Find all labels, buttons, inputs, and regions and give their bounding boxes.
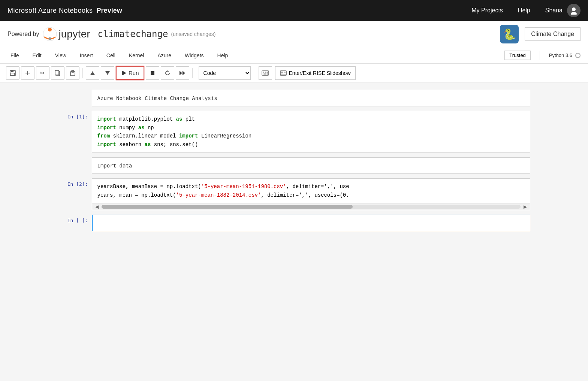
paste-button[interactable] <box>66 66 79 80</box>
svg-rect-34 <box>281 72 283 73</box>
jupyter-bar: Powered by jupyter climatechange (unsave… <box>0 21 588 47</box>
cell-3-text: Import data <box>97 163 132 169</box>
scroll-left-arrow[interactable]: ◀ <box>94 204 100 209</box>
svg-rect-26 <box>263 72 264 73</box>
menu-help[interactable]: Help <box>214 51 231 60</box>
unsaved-label: (unsaved changes) <box>171 31 215 37</box>
cell-3-content[interactable]: Import data <box>92 157 530 174</box>
cell-4-wrapper: yearsBase, meanBase = np.loadtxt('5-year… <box>92 178 530 210</box>
move-down-button[interactable] <box>101 66 114 80</box>
svg-rect-28 <box>267 72 268 73</box>
svg-rect-9 <box>11 73 15 76</box>
cell-2-line-3: from sklearn.linear_model import LinearR… <box>97 132 525 140</box>
nav-links: My Projects Help <box>471 7 530 14</box>
scroll-track[interactable] <box>102 205 521 209</box>
jupyter-text: jupyter <box>59 28 90 40</box>
cell-4-line-2: years, mean = np.loadtxt('5-year-mean-18… <box>97 191 525 199</box>
rise-slideshow-button[interactable]: Enter/Exit RISE Slideshow <box>275 66 356 80</box>
cell-4-prompt: In [2]: <box>58 178 92 187</box>
svg-marker-23 <box>180 71 182 75</box>
cell-2-prompt: In [1]: <box>58 111 92 120</box>
svg-rect-29 <box>263 73 263 75</box>
toolbar-sep-3 <box>254 68 254 78</box>
menu-divider <box>540 51 540 60</box>
menu-kernel[interactable]: Kernel <box>126 51 147 60</box>
menu-azure[interactable]: Azure <box>154 51 174 60</box>
jupyter-logo-icon <box>42 27 57 42</box>
svg-rect-21 <box>151 71 154 75</box>
toolbar-sep-2 <box>192 68 193 78</box>
user-avatar[interactable] <box>567 4 581 17</box>
cell-5-prompt: In [ ]: <box>58 215 92 223</box>
menu-file[interactable]: File <box>7 51 22 60</box>
restart-button[interactable] <box>161 66 174 80</box>
cell-2-content[interactable]: import matplotlib.pyplot as plt import n… <box>92 111 530 153</box>
cell-5: In [ ]: <box>58 215 530 231</box>
svg-marker-17 <box>90 71 95 75</box>
svg-text:🐍: 🐍 <box>503 28 516 40</box>
scroll-right-arrow[interactable]: ▶ <box>522 204 528 209</box>
help-link[interactable]: Help <box>518 7 530 14</box>
cell-2: In [1]: import matplotlib.pyplot as plt … <box>58 111 530 153</box>
cell-1-content[interactable]: Azure Notebook Climate Change Analysis <box>92 90 530 106</box>
toolbar: ✂ Run Code Markdown Raw NBConvert Enter/… <box>0 64 588 82</box>
brand-name: Microsoft Azure Notebooks <box>7 7 93 15</box>
cell-5-content[interactable] <box>92 215 530 231</box>
climate-change-button[interactable]: Climate Change <box>525 27 581 41</box>
svg-marker-24 <box>183 71 185 75</box>
cell-4-content[interactable]: yearsBase, meanBase = np.loadtxt('5-year… <box>92 179 530 203</box>
menu-widgets[interactable]: Widgets <box>182 51 207 60</box>
toolbar-sep-1 <box>82 68 83 78</box>
cell-type-select[interactable]: Code Markdown Raw NBConvert <box>199 66 251 80</box>
kernel-status-circle <box>575 53 581 58</box>
trusted-button[interactable]: Trusted <box>504 51 531 60</box>
restart-run-all-button[interactable] <box>176 66 189 80</box>
svg-rect-31 <box>267 73 268 75</box>
cell-4-scrollbar[interactable]: ◀ ▶ <box>92 203 530 210</box>
menu-view[interactable]: View <box>52 51 69 60</box>
notebook-content: Azure Notebook Climate Change Analysis I… <box>51 90 538 231</box>
keyboard-shortcuts-button[interactable] <box>259 66 272 80</box>
scroll-thumb[interactable] <box>102 205 353 209</box>
python-status: Python 3.6 <box>549 52 581 58</box>
copy-button[interactable] <box>51 66 64 80</box>
menu-bar: File Edit View Insert Cell Kernel Azure … <box>0 47 588 64</box>
svg-point-1 <box>571 12 577 15</box>
python-icon: 🐍 <box>500 25 519 43</box>
svg-point-3 <box>48 28 52 31</box>
cell-4-line-1: yearsBase, meanBase = np.loadtxt('5-year… <box>97 182 525 191</box>
cell-2-line-2: import numpy as np <box>97 124 525 132</box>
svg-point-4 <box>48 37 51 40</box>
menu-edit[interactable]: Edit <box>30 51 45 60</box>
cell-1: Azure Notebook Climate Change Analysis <box>58 90 530 106</box>
menu-insert[interactable]: Insert <box>77 51 96 60</box>
user-section: Shana <box>545 4 581 17</box>
my-projects-link[interactable]: My Projects <box>471 7 503 14</box>
svg-marker-18 <box>105 71 110 75</box>
rise-label: Enter/Exit RISE Slideshow <box>289 70 351 76</box>
python-version-label: Python 3.6 <box>549 52 572 58</box>
top-navigation: Microsoft Azure Notebooks Preview My Pro… <box>0 0 588 21</box>
interrupt-button[interactable] <box>146 66 159 80</box>
add-cell-button[interactable] <box>21 66 34 80</box>
cell-1-prompt <box>58 90 92 93</box>
cell-2-line-4: import seaborn as sns; sns.set() <box>97 140 525 149</box>
menu-cell[interactable]: Cell <box>103 51 118 60</box>
cell-3: Import data <box>58 157 530 174</box>
cell-1-text: Azure Notebook Climate Change Analysis <box>97 95 217 101</box>
save-button[interactable] <box>6 66 19 80</box>
svg-text:✂: ✂ <box>40 70 45 76</box>
svg-rect-25 <box>262 71 269 75</box>
cell-3-prompt <box>58 157 92 160</box>
svg-marker-22 <box>168 70 169 72</box>
cut-button[interactable]: ✂ <box>36 66 49 80</box>
run-button[interactable]: Run <box>116 66 144 80</box>
move-up-button[interactable] <box>86 66 99 80</box>
jupyter-logo: jupyter <box>42 27 90 42</box>
notebook-title: climatechange <box>98 29 168 39</box>
powered-by-label: Powered by <box>7 31 39 37</box>
svg-rect-27 <box>265 72 266 73</box>
cell-2-line-1: import matplotlib.pyplot as plt <box>97 115 525 123</box>
svg-marker-19 <box>123 71 126 75</box>
preview-label: Preview <box>97 7 122 15</box>
